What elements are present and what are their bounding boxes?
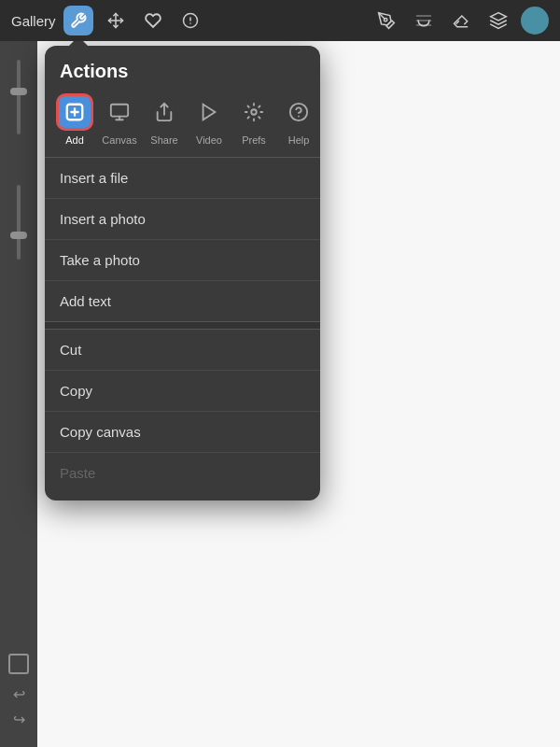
cursor-icon[interactable] xyxy=(175,6,205,35)
tab-share[interactable]: Share xyxy=(142,93,187,146)
tab-help[interactable]: Help xyxy=(276,93,321,146)
svg-rect-10 xyxy=(111,105,128,117)
selection-icon[interactable] xyxy=(101,6,131,35)
canvas-tab-label: Canvas xyxy=(102,134,136,146)
insert-photo-item[interactable]: Insert a photo xyxy=(45,199,320,240)
svg-marker-6 xyxy=(491,13,507,21)
svg-point-13 xyxy=(251,109,257,115)
action-tabs: Add Canvas Share xyxy=(45,93,320,157)
popup-title: Actions xyxy=(45,61,320,93)
take-photo-item[interactable]: Take a photo xyxy=(45,240,320,281)
wrench-icon[interactable] xyxy=(63,6,93,35)
paste-item: Paste xyxy=(45,453,320,493)
video-tab-label: Video xyxy=(196,134,222,146)
video-tab-icon xyxy=(190,93,228,131)
menu-group-1: Insert a file Insert a photo Take a phot… xyxy=(45,157,320,321)
layers-icon[interactable] xyxy=(483,6,513,35)
svg-marker-12 xyxy=(203,105,216,120)
tab-add[interactable]: Add xyxy=(52,93,97,146)
popup-overlay[interactable]: Actions Add Canvas xyxy=(0,41,560,747)
insert-file-item[interactable]: Insert a file xyxy=(45,158,320,199)
add-tab-label: Add xyxy=(65,134,84,146)
copy-item[interactable]: Copy xyxy=(45,371,320,412)
s-icon[interactable] xyxy=(138,6,168,35)
tab-canvas[interactable]: Canvas xyxy=(97,93,142,146)
smudge-tool-icon[interactable] xyxy=(409,6,439,35)
help-tab-label: Help xyxy=(288,134,310,146)
top-toolbar: Gallery xyxy=(0,0,560,41)
toolbar-left: Gallery xyxy=(11,6,205,35)
actions-popup: Actions Add Canvas xyxy=(45,46,320,500)
copy-canvas-item[interactable]: Copy canvas xyxy=(45,412,320,453)
prefs-tab-icon xyxy=(235,93,273,131)
cut-item[interactable]: Cut xyxy=(45,330,320,371)
pen-tool-icon[interactable] xyxy=(371,6,401,35)
help-tab-icon xyxy=(280,93,317,131)
canvas-tab-icon xyxy=(101,93,138,131)
share-tab-icon xyxy=(146,93,183,131)
tab-video[interactable]: Video xyxy=(187,93,231,146)
add-text-item[interactable]: Add text xyxy=(45,281,320,321)
menu-group-2: Cut Copy Copy canvas Paste xyxy=(45,329,320,493)
prefs-tab-label: Prefs xyxy=(242,134,266,146)
svg-point-5 xyxy=(385,19,387,21)
avatar[interactable] xyxy=(521,7,549,35)
tab-prefs[interactable]: Prefs xyxy=(231,93,276,146)
eraser-tool-icon[interactable] xyxy=(446,6,476,35)
share-tab-label: Share xyxy=(150,134,177,146)
gallery-button[interactable]: Gallery xyxy=(11,13,56,29)
menu-group-divider xyxy=(45,321,320,329)
add-tab-icon xyxy=(56,93,93,131)
toolbar-right xyxy=(371,6,549,35)
